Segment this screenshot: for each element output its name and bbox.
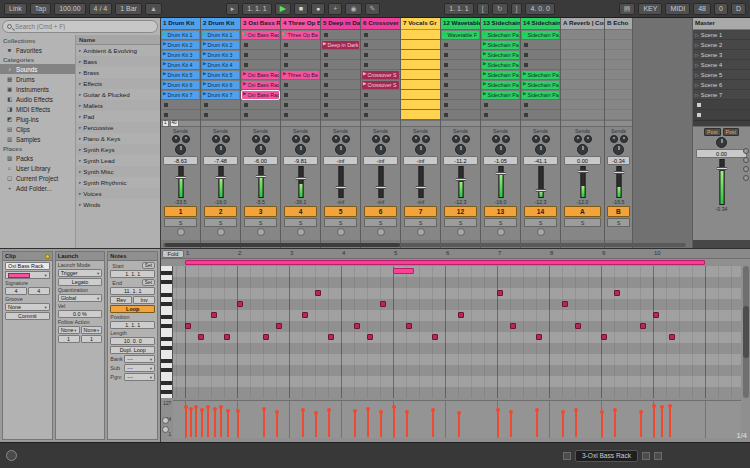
send-a-knob[interactable]	[292, 135, 300, 143]
solo-button[interactable]: S	[204, 218, 237, 227]
midi-note[interactable]	[211, 312, 217, 318]
loop-toggle[interactable]: Loop	[110, 305, 155, 313]
clip-stop-button[interactable]	[444, 93, 448, 97]
sidebar-item-add-folder[interactable]: +Add Folder...	[0, 183, 75, 193]
grid-interval-label[interactable]: 1/4	[737, 431, 747, 440]
volume-fader[interactable]	[281, 166, 320, 198]
clip-slot[interactable]	[321, 100, 360, 110]
midi-note[interactable]	[315, 290, 321, 296]
velocity-stem[interactable]	[562, 412, 564, 437]
track-header[interactable]: B Echo	[605, 18, 632, 30]
send-b-post-toggle[interactable]: Post	[723, 128, 739, 136]
note-grid[interactable]	[173, 266, 741, 398]
clip-slot[interactable]	[361, 110, 400, 120]
clip-slot[interactable]: ▶Drum Kit 1	[161, 30, 200, 40]
clip-stop-button[interactable]	[364, 113, 368, 117]
clip-stop-button[interactable]	[284, 93, 288, 97]
pan-knob[interactable]	[535, 144, 546, 155]
velocity-stem[interactable]	[195, 407, 197, 437]
clip-slot[interactable]: ▶Drum Kit 5	[201, 70, 240, 80]
bank-select[interactable]: --- ▾	[124, 355, 155, 363]
sidebar-item-user-library[interactable]: ⌂User Library	[0, 163, 75, 173]
volume-fader[interactable]	[521, 166, 560, 198]
send-a-knob[interactable]	[212, 135, 220, 143]
clip-slot[interactable]	[361, 40, 400, 50]
velocity-stem[interactable]	[393, 407, 395, 437]
loop-start-field[interactable]: 1. 1. 1	[444, 3, 473, 15]
master-fader[interactable]	[693, 159, 750, 205]
clip-stop-button[interactable]	[244, 63, 248, 67]
stop-all-slot[interactable]	[693, 100, 750, 110]
clip-stop-button[interactable]	[164, 103, 168, 107]
volume-value[interactable]: -inf	[323, 156, 357, 165]
midi-note[interactable]	[601, 334, 607, 340]
arm-button[interactable]	[457, 228, 465, 236]
clip[interactable]: ▶Sidechain Pad	[482, 71, 519, 79]
signature-numerator[interactable]: 4	[5, 287, 27, 295]
velocity-stem[interactable]	[575, 410, 577, 437]
velocity-stem[interactable]	[276, 412, 278, 437]
clip-slot[interactable]	[561, 30, 604, 40]
pan-knob[interactable]	[415, 144, 426, 155]
show-returns-toggle[interactable]	[743, 157, 749, 163]
send-a-knob[interactable]	[610, 135, 618, 143]
clip-stop-button[interactable]	[284, 113, 288, 117]
track-header[interactable]: 14 Sidechain Pad	[521, 18, 560, 30]
pan-knob[interactable]	[495, 144, 506, 155]
track-activator[interactable]: 3	[244, 206, 277, 217]
clip-slot[interactable]: ▶Deep in Dark	[321, 40, 360, 50]
clip-slot[interactable]	[605, 90, 632, 100]
search-input[interactable]	[15, 23, 153, 30]
clip[interactable]: ▶Sidechain Pad	[482, 31, 519, 39]
clip[interactable]: ▶Drum Kit 6	[202, 81, 239, 89]
clip[interactable]: ▶Drum Kit 7	[162, 91, 199, 99]
clip[interactable]: ▶Deep in Dark	[322, 41, 359, 49]
velocity-stem[interactable]	[220, 407, 222, 437]
clip-stop-button[interactable]	[364, 33, 368, 37]
groove-chooser[interactable]: None ▾	[5, 303, 50, 311]
sidebar-item-current-project[interactable]: ▢Current Project	[0, 173, 75, 183]
clip-slot[interactable]	[561, 50, 604, 60]
track-activator[interactable]: 7	[404, 206, 437, 217]
sidebar-item-instruments[interactable]: ▣Instruments	[0, 84, 75, 94]
clip-slot[interactable]: ▶Sidechain Pad	[521, 30, 560, 40]
midi-note[interactable]	[263, 334, 269, 340]
clip-stop-button[interactable]	[284, 53, 288, 57]
signature-denominator[interactable]: 4	[28, 287, 50, 295]
clip-slot[interactable]	[605, 110, 632, 120]
clip-slot[interactable]: ▶Drum Kit 6	[201, 80, 240, 90]
browser-list-item[interactable]: ▸Pad	[76, 111, 160, 122]
send-a-knob[interactable]	[492, 135, 500, 143]
clip[interactable]: ▶Oxi Bass Rack	[242, 31, 279, 39]
pan-knob[interactable]	[375, 144, 386, 155]
solo-button[interactable]: S	[324, 218, 357, 227]
clip-slot[interactable]	[521, 100, 560, 110]
clip-slot[interactable]: ▶Three Op Ba	[281, 30, 320, 40]
velocity-stem[interactable]	[185, 407, 187, 437]
clip-slot[interactable]	[401, 90, 440, 100]
loop-length-value[interactable]: 10. 0. 0	[110, 337, 155, 345]
clip-stop-button[interactable]	[324, 53, 328, 57]
clip-stop-button[interactable]	[244, 43, 248, 47]
send-b-knob[interactable]	[182, 135, 190, 143]
show-track-delay-toggle[interactable]	[743, 175, 749, 181]
play-button[interactable]: ▶	[275, 3, 291, 15]
fader-handle[interactable]	[255, 175, 266, 178]
volume-value[interactable]: -11.2	[443, 156, 477, 165]
tempo-field[interactable]: 100.00	[54, 3, 85, 15]
clip[interactable]: ▶Drum Kit 1	[202, 31, 239, 39]
record-button[interactable]: ●	[311, 3, 325, 15]
clip-slot[interactable]	[605, 100, 632, 110]
clip-slot[interactable]	[401, 100, 440, 110]
clip-slot[interactable]	[561, 60, 604, 70]
clip-stop-button[interactable]	[444, 43, 448, 47]
clip-slot[interactable]	[321, 50, 360, 60]
volume-value[interactable]: 0.00	[564, 156, 602, 165]
track-header[interactable]: 5 Deep in Dark	[321, 18, 360, 30]
launch-quantization-select[interactable]: Global ▾	[58, 294, 103, 302]
volume-value[interactable]: -0.34	[607, 156, 631, 165]
fader-handle[interactable]	[295, 177, 306, 180]
clip-stop-button[interactable]	[324, 33, 328, 37]
fader-handle[interactable]	[577, 170, 588, 173]
clip[interactable]: ▶Drum Kit 7	[202, 91, 239, 99]
